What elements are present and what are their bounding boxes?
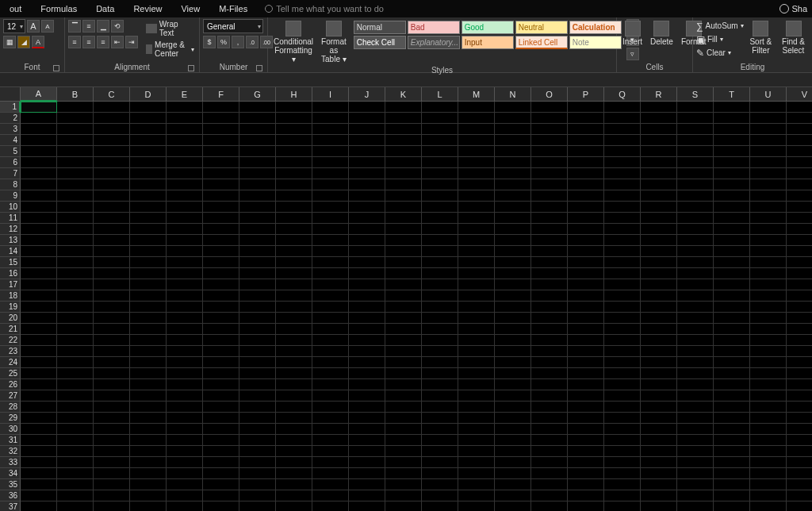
cell-I37[interactable] [312,501,349,511]
cell-D34[interactable] [130,468,167,479]
cell-C6[interactable] [94,157,130,168]
cell-B2[interactable] [57,113,94,124]
cell-F8[interactable] [203,179,239,190]
cell-K19[interactable] [385,302,422,313]
cell-E35[interactable] [167,479,203,490]
cell-U18[interactable] [750,290,787,302]
cell-U28[interactable] [750,402,787,413]
cell-O14[interactable] [531,246,568,257]
cell-A13[interactable] [21,235,57,246]
increase-font-button[interactable]: A [27,20,40,33]
cell-I5[interactable] [312,146,349,157]
cell-O28[interactable] [531,402,568,413]
cell-F2[interactable] [203,113,239,124]
cell-A5[interactable] [21,146,57,157]
cell-Q28[interactable] [604,402,641,413]
cell-H27[interactable] [276,390,312,402]
row-header-1[interactable]: 1 [0,102,21,113]
cell-E3[interactable] [167,124,203,135]
cell-I33[interactable] [312,457,349,468]
cell-C9[interactable] [94,190,130,202]
cell-K24[interactable] [385,357,422,368]
cell-S18[interactable] [677,290,714,302]
cell-D3[interactable] [130,124,167,135]
cell-F36[interactable] [203,490,239,501]
cell-C34[interactable] [94,468,130,479]
cell-V22[interactable] [787,335,812,346]
cell-O33[interactable] [531,457,568,468]
cell-E13[interactable] [167,235,203,246]
cell-E21[interactable] [167,324,203,335]
cell-B11[interactable] [57,213,94,224]
col-header-V[interactable]: V [787,87,812,102]
cell-T17[interactable] [714,279,750,290]
col-header-T[interactable]: T [714,87,750,102]
cell-H6[interactable] [276,157,312,168]
cell-O30[interactable] [531,424,568,435]
align-center-button[interactable]: ≡ [82,36,95,48]
cell-D35[interactable] [130,479,167,490]
cell-E23[interactable] [167,346,203,357]
cell-N7[interactable] [495,168,531,179]
cell-U36[interactable] [750,490,787,501]
cell-C37[interactable] [94,501,130,511]
cell-T9[interactable] [714,190,750,202]
cell-L4[interactable] [422,135,458,146]
cell-D1[interactable] [130,102,167,113]
cell-H24[interactable] [276,357,312,368]
currency-button[interactable]: $ [203,36,216,48]
align-right-button[interactable]: ≡ [97,36,109,48]
cell-B19[interactable] [57,302,94,313]
cell-A23[interactable] [21,346,57,357]
sort-filter-button[interactable]: Sort & Filter [747,19,775,56]
cell-A2[interactable] [21,113,57,124]
cell-A9[interactable] [21,190,57,202]
cell-A20[interactable] [21,313,57,324]
cell-F35[interactable] [203,479,239,490]
cell-T32[interactable] [714,446,750,457]
cell-D5[interactable] [130,146,167,157]
cell-T20[interactable] [714,313,750,324]
cell-V19[interactable] [787,302,812,313]
cell-A35[interactable] [21,479,57,490]
row-header-4[interactable]: 4 [0,135,21,146]
cell-E36[interactable] [167,490,203,501]
cell-E30[interactable] [167,424,203,435]
col-header-G[interactable]: G [239,87,276,102]
cell-U31[interactable] [750,435,787,446]
cell-K14[interactable] [385,246,422,257]
cell-V1[interactable] [787,102,812,113]
formula-bar[interactable] [0,73,812,87]
row-header-32[interactable]: 32 [0,446,21,457]
cell-H11[interactable] [276,213,312,224]
cell-Q8[interactable] [604,179,641,190]
cell-D4[interactable] [130,135,167,146]
row-header-23[interactable]: 23 [0,346,21,357]
cell-F12[interactable] [203,224,239,235]
cell-D13[interactable] [130,235,167,246]
cell-G5[interactable] [239,146,276,157]
cell-K30[interactable] [385,424,422,435]
cell-G8[interactable] [239,179,276,190]
cell-U22[interactable] [750,335,787,346]
cell-T12[interactable] [714,224,750,235]
cell-R11[interactable] [641,213,677,224]
cell-F26[interactable] [203,379,239,390]
cell-G1[interactable] [239,102,276,113]
cell-N12[interactable] [495,224,531,235]
cell-L6[interactable] [422,157,458,168]
cell-H15[interactable] [276,257,312,268]
cell-F15[interactable] [203,257,239,268]
find-select-button[interactable]: Find & Select [778,19,809,56]
cell-H22[interactable] [276,335,312,346]
cell-F17[interactable] [203,279,239,290]
cell-N28[interactable] [495,402,531,413]
tab-review[interactable]: Review [124,4,171,13]
cell-T10[interactable] [714,202,750,213]
cell-K23[interactable] [385,346,422,357]
cell-M37[interactable] [458,501,495,511]
cell-L5[interactable] [422,146,458,157]
style-bad[interactable]: Bad [408,21,460,34]
cell-G12[interactable] [239,224,276,235]
cell-J11[interactable] [349,213,385,224]
